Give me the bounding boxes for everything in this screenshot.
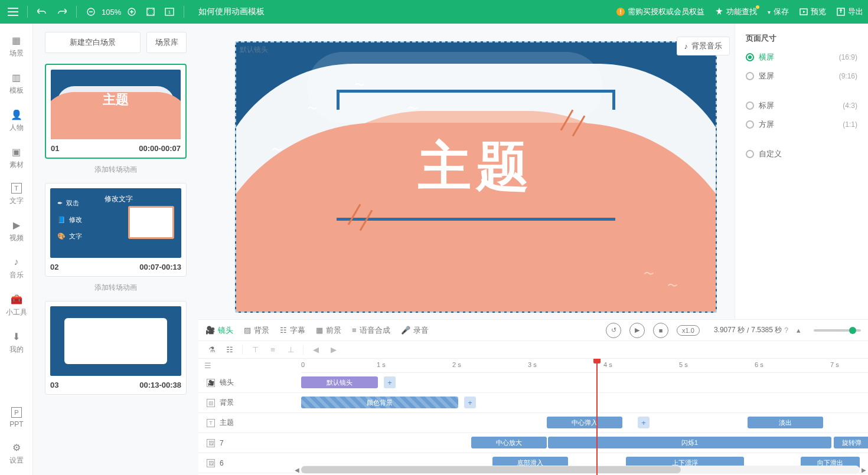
timeline-clip[interactable]: 默认镜头 [301,376,378,388]
stop-button[interactable]: ■ [653,323,668,338]
sparkle-icon [715,8,723,16]
menu-icon[interactable] [5,4,21,20]
timeline-ruler[interactable]: 01 s2 s3 s4 s5 s6 s7 s [301,359,868,373]
add-transition-button[interactable]: 添加转场动画 [45,165,187,175]
rail-character[interactable]: 👤人物 [0,109,33,133]
timeline-scrollbar[interactable]: ◀ ▶ [301,466,860,474]
preview-button[interactable]: 预览 [800,6,826,17]
camera-icon: 🎥 [205,326,215,335]
aspect-portrait[interactable]: 竖屏(9:16) [746,71,857,81]
aspect-landscape[interactable]: 横屏(16:9) [746,52,857,63]
time-tick: 2 s [452,361,461,368]
scrollbar-thumb[interactable] [301,466,681,473]
scroll-left-icon[interactable]: ◀ [293,466,301,474]
rail-template[interactable]: ▥模板 [0,71,33,96]
scene-card-01[interactable]: 主题 0100:00-00:07 [45,64,187,159]
timeline-clip[interactable]: 淡出 [748,417,823,428]
canvas-stage[interactable]: 默认镜头 主题 〜 〜 〜 〜 〜 〜 [235,41,717,313]
tab-foreground[interactable]: ▦前景 [316,325,341,336]
undo-icon[interactable] [34,4,50,20]
rail-text[interactable]: T文字 [0,183,33,206]
aspect-square[interactable]: 方屏(1:1) [746,119,857,130]
page-size-heading: 页面尺寸 [746,33,857,44]
playhead[interactable] [596,359,598,475]
background-music-button[interactable]: ♪ 背景音乐 [677,37,730,55]
timeline-track[interactable]: 中心放大闪烁1旋转弹 [301,433,868,453]
scene-index: 02 [50,263,58,271]
align-middle-icon[interactable]: ≡ [267,345,278,355]
collapse-icon[interactable]: ◀ [311,345,321,355]
row-label: 主题 [220,418,234,428]
tab-record[interactable]: 🎤录音 [401,325,429,336]
rail-music[interactable]: ♪音乐 [0,256,33,280]
purchase-warning[interactable]: !需购买授权或会员权益 [616,6,704,17]
export-button[interactable]: 导出 [837,6,863,17]
align-top-icon[interactable]: ⊤ [250,345,260,355]
timeline-zoom-slider[interactable] [814,329,861,332]
tree-icon[interactable]: ☷ [224,345,235,355]
zoom-out-timeline-icon[interactable]: ▴ [797,326,801,335]
play-button[interactable]: ▶ [629,323,645,338]
timeline-clip[interactable]: 中心放大 [471,437,547,448]
rail-scene[interactable]: ▦场景 [0,34,33,58]
scene-library-button[interactable]: 场景库 [146,32,187,53]
add-clip-button[interactable]: + [464,397,476,408]
tab-background[interactable]: ▨背景 [244,325,269,336]
add-clip-button[interactable]: + [384,376,396,388]
add-transition-button[interactable]: 添加转场动画 [45,283,187,293]
expand-icon[interactable]: ▶ [328,345,339,355]
material-icon: ▣ [11,146,22,158]
document-title: 如何使用动画模板 [198,6,265,17]
speed-button[interactable]: x1.0 [677,325,700,336]
zoom-in-icon[interactable] [123,4,140,20]
aspect-custom[interactable]: 自定义 [746,149,857,159]
rail-tools[interactable]: 🧰小工具 [0,293,33,317]
timeline-clip[interactable]: 旋转弹 [834,437,868,448]
save-button[interactable]: ▾保存 [768,6,789,17]
rail-mine[interactable]: ⬇我的 [0,330,33,355]
timeline-track[interactable]: 颜色背景+ [301,393,868,412]
timeline-clip[interactable]: 闪烁1 [548,437,831,448]
align-bottom-icon[interactable]: ⊥ [285,345,296,355]
music-icon: ♪ [11,256,22,268]
tab-camera[interactable]: 🎥镜头 [205,325,233,336]
music-icon: ♪ [684,42,688,51]
redo-icon[interactable] [54,4,70,20]
zoom-out-icon[interactable] [83,4,99,20]
time-tick: 4 s [603,361,612,368]
download-icon: ⬇ [11,330,22,342]
time-tick: 7 s [830,361,839,368]
scene-thumbnail: ✒双击 📘修改 🎨文字 修改文字 [50,188,181,258]
rail-ppt[interactable]: PPPT [0,407,33,428]
tab-subtitle[interactable]: ☷字幕 [280,325,305,336]
help-icon[interactable]: ? [784,326,788,335]
aspect-standard[interactable]: 标屏(4:3) [746,100,857,111]
feature-search-button[interactable]: 功能查找 [715,6,757,17]
tab-tts[interactable]: ≡语音合成 [352,325,390,336]
scene-card-02[interactable]: ✒双击 📘修改 🎨文字 修改文字 0200:07-00:13 [45,183,187,277]
scene-card-03[interactable]: 0300:13-00:38 [45,301,187,395]
subtitle-icon: ☷ [280,326,287,335]
radio-icon [746,53,754,61]
rail-material[interactable]: ▣素材 [0,146,33,170]
new-blank-scene-button[interactable]: 新建空白场景 [45,32,141,53]
rail-settings[interactable]: ⚙设置 [0,441,33,466]
time-display: 3.9077 秒 / 7.5385 秒 ? [714,325,788,335]
fit-screen-icon[interactable] [142,4,159,20]
timeline-row: T主题中心弹入淡出+ [198,413,868,433]
filter-icon[interactable]: ⚗ [207,345,217,355]
actual-size-icon[interactable]: 1 [161,4,178,20]
timeline-clip[interactable]: 颜色背景 [301,397,458,408]
rewind-button[interactable]: ↺ [606,323,621,338]
timeline-track[interactable]: 中心弹入淡出+ [301,413,868,433]
scroll-right-icon[interactable]: ▶ [860,466,868,474]
layers-icon: ☰ [204,361,211,370]
timeline-track[interactable]: 默认镜头+ [301,373,868,392]
radio-icon [746,120,754,129]
scene-icon: ▦ [11,34,22,46]
time-tick: 3 s [528,361,537,368]
rail-video[interactable]: ▶视频 [0,219,33,243]
add-clip-button[interactable]: + [638,417,650,428]
timeline-clip[interactable]: 中心弹入 [547,417,622,428]
row-label: 6 [220,459,224,467]
